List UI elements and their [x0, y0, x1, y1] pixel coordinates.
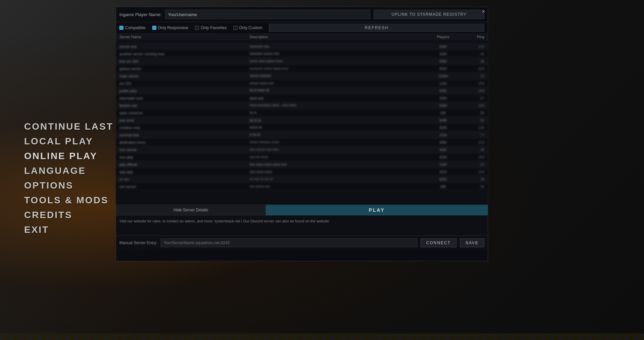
filter-only-favorites[interactable]: Only Favorites [195, 25, 226, 30]
table-row[interactable]: dedicated mmm mmm mmmm mmm 0/50 210 [116, 139, 488, 146]
table-row[interactable]: creative only kkkkk kk 0/20 130 [116, 124, 488, 131]
col-header-ping: Ping [468, 35, 484, 39]
server-name: nnn server [119, 148, 246, 152]
play-button[interactable]: PLAY [266, 205, 488, 215]
server-desc: ooo oo oooo [250, 155, 419, 159]
server-ping: 55 [468, 118, 484, 122]
connect-button[interactable]: CONNECT [421, 239, 457, 247]
server-desc: ppp pppp pppp pppp ppp [250, 162, 419, 166]
table-row[interactable]: sss server sss sssss sss 0/8 99 [116, 183, 488, 190]
server-players: 5/50 [422, 59, 464, 63]
server-players: 0/32 [422, 89, 464, 93]
server-desc: qqq qqqq qqqq [250, 170, 419, 174]
server-name: open universe [119, 111, 246, 115]
server-players: 3/20 [422, 96, 464, 100]
table-row[interactable]: test srv 420 some description here 5/50 … [116, 58, 488, 65]
server-desc: ffff fff ffffffff ffff [250, 89, 419, 92]
server-desc: hhhh hhhhhhh hhhh - hhh hhhh [250, 104, 419, 107]
filter-only-custom-label: Only Custom [239, 25, 262, 30]
server-players: 8/40 [422, 118, 464, 122]
server-desc: mmm mmmm mmm [250, 140, 419, 144]
server-ping: 32 [468, 74, 484, 78]
table-row[interactable]: faction war hhhh hhhhhhh hhhh - hhh hhhh… [116, 102, 488, 109]
server-ping: 45 [468, 52, 484, 56]
server-ping: 48 [468, 148, 484, 152]
filter-only-favorites-label: Only Favorites [201, 25, 226, 30]
server-name: srv 101 [119, 81, 246, 85]
table-row[interactable]: main server ddddd dddddd 12/64 32 [116, 72, 488, 80]
table-row[interactable]: srv 101 eeeee eeee eee 1/16 156 [116, 80, 488, 87]
manual-entry-label: Manual Server Entry: [119, 241, 157, 245]
filter-only-responsive-checkbox[interactable] [152, 26, 156, 30]
server-ping: 62 [468, 162, 484, 166]
manual-server-input[interactable] [161, 239, 417, 247]
server-name: creative only [119, 126, 246, 130]
server-players: 2/16 [422, 133, 464, 137]
filter-only-favorites-checkbox[interactable] [195, 26, 199, 30]
col-header-players: Players [422, 35, 464, 39]
server-list[interactable]: server one aaaaaaa aaa 0/40 120 another … [116, 40, 488, 204]
server-details-text: Visit our website for rules, to contact … [119, 219, 329, 223]
filter-row: Compatible Only Responsive Only Favorite… [116, 22, 488, 34]
server-players: 0/10 [422, 155, 464, 159]
server-ping: 39 [468, 177, 484, 181]
server-desc: jjjjj jjjj jjjj [250, 118, 419, 122]
filter-compatible[interactable]: Compatible [119, 25, 146, 30]
server-desc: nnn nnnnn nnn nnn [250, 148, 419, 151]
server-ping: 340 [468, 155, 484, 159]
server-name: ooo play [119, 155, 246, 159]
filter-only-responsive[interactable]: Only Responsive [152, 25, 189, 30]
hide-details-button[interactable]: Hide Server Details [116, 205, 266, 215]
server-ping: 130 [468, 126, 484, 130]
table-row[interactable]: pvp zone jjjjj jjjj jjjj 8/40 55 [116, 117, 488, 124]
uplink-button[interactable]: UPLINK TO STARMADE REGISTRY [374, 10, 484, 19]
server-players: 0/50 [422, 140, 464, 144]
server-ping: 88 [468, 59, 484, 63]
table-row[interactable]: server one aaaaaaa aaa 0/40 120 [116, 43, 488, 50]
save-button[interactable]: SAVE [460, 239, 484, 247]
filter-only-custom-checkbox[interactable] [233, 26, 237, 30]
table-row[interactable]: open universe iiiii iii 0/8 90 [116, 109, 488, 117]
server-players: 0/10 [422, 67, 464, 71]
player-name-label: Ingame Player Name: [119, 12, 162, 17]
server-ping: 90 [468, 111, 484, 115]
table-row[interactable]: ooo play ooo oo oooo 0/10 340 [116, 153, 488, 161]
server-name: rrr srv [119, 177, 246, 181]
table-row[interactable]: another server running now bbbbbbb bbbbb… [116, 50, 488, 58]
filter-compatible-checkbox[interactable] [119, 26, 123, 30]
filter-compatible-label: Compatible [125, 25, 146, 30]
server-desc: some description here [250, 59, 419, 63]
table-row[interactable]: nnn server nnn nnnnn nnn nnn 4/32 48 [116, 146, 488, 153]
server-desc: eeeee eeee eee [250, 81, 419, 85]
table-row[interactable]: public play ffff fff ffffffff ffff 0/32 … [116, 87, 488, 94]
player-name-input[interactable] [165, 10, 370, 19]
server-players: 0/20 [422, 126, 464, 130]
table-row[interactable]: galaxy server cccccccc ccccc aaaa cccc 0… [116, 65, 488, 72]
server-desc: sss sssss sss [250, 185, 419, 188]
server-desc: rrr rrrrr rrr rrrr rrr [250, 177, 419, 181]
table-row[interactable]: starmade core gggg ggg 3/20 67 [116, 94, 488, 102]
server-desc: bbbbbbb bbbbb bbb [250, 52, 419, 56]
refresh-button[interactable]: REFRESH [269, 24, 484, 32]
table-row[interactable]: ppp official ppp pppp pppp pppp ppp 1/64… [116, 161, 488, 168]
server-ping: 220 [468, 67, 484, 71]
server-name: sss server [119, 185, 246, 189]
col-header-name: Server Name [119, 35, 246, 39]
close-button[interactable]: × [482, 9, 485, 14]
server-desc: gggg ggg [250, 96, 419, 100]
server-desc: kkkkk kk [250, 126, 419, 129]
server-desc: cccccccc ccccc aaaa cccc [250, 67, 419, 70]
server-name: survival test [119, 133, 246, 137]
server-ping: 67 [468, 96, 484, 100]
server-name: qqq qqq [119, 170, 246, 174]
server-players: 0/40 [422, 45, 464, 49]
table-row[interactable]: qqq qqq qqq qqqq qqqq 0/16 155 [116, 168, 488, 176]
filter-only-custom[interactable]: Only Custom [233, 25, 262, 30]
server-players: 1/64 [422, 162, 464, 166]
table-row[interactable]: rrr srv rrr rrrrr rrr rrrr rrr 6/32 39 [116, 176, 488, 183]
server-players: 12/64 [422, 74, 464, 78]
server-players: 0/8 [422, 111, 464, 115]
table-row[interactable]: survival test lll lllll llll 2/16 77 [116, 131, 488, 139]
server-details-area: Visit our website for rules, to contact … [116, 215, 488, 235]
manual-entry-row: Manual Server Entry: CONNECT SAVE [116, 235, 488, 250]
